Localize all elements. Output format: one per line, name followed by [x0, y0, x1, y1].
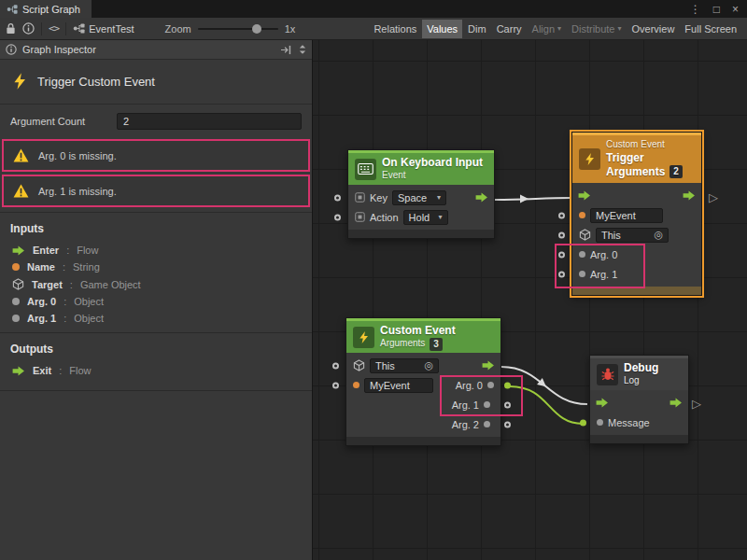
flow-input-arrow[interactable]	[578, 190, 591, 201]
debug-log-node[interactable]: Debug Log Message	[589, 355, 689, 444]
warnings-list: Arg. 0 is missing. Arg. 1 is missing.	[0, 136, 312, 212]
chevron-down-icon: ▾	[439, 214, 443, 221]
trigger-custom-event-node[interactable]: Custom Event Trigger Arguments2 MyEvent …	[571, 132, 702, 296]
relations-button[interactable]: Relations	[369, 20, 421, 38]
arg2-output-port[interactable]	[504, 421, 511, 427]
object-picker-icon[interactable]: ◎	[654, 229, 663, 241]
key-dropdown[interactable]: Space ▾	[392, 190, 446, 205]
on-keyboard-input-node[interactable]: On Keyboard Input Event Key Space ▾ Acti…	[347, 149, 495, 239]
distribute-button[interactable]: Distribute▾	[567, 20, 626, 38]
wire-arrowhead	[520, 195, 529, 203]
align-button[interactable]: Align▾	[528, 20, 566, 38]
maximize-icon[interactable]: □	[713, 4, 720, 15]
input-row-target: Target : Game Object	[0, 275, 312, 293]
input-port[interactable]	[334, 214, 341, 220]
info-icon[interactable]	[22, 22, 35, 35]
wire-arrowhead	[537, 378, 549, 390]
flow-output-arrow[interactable]	[683, 190, 696, 201]
script-graph-icon	[7, 4, 18, 15]
align-label: Align	[532, 23, 555, 35]
flow-wire	[501, 367, 587, 404]
carry-button[interactable]: Carry	[492, 20, 527, 38]
separator: :	[63, 313, 66, 324]
action-label: Action	[370, 212, 399, 223]
custom-event-arguments-node[interactable]: Custom Event Arguments3 This ◎ MyEvent A…	[345, 317, 501, 446]
object-dot-icon	[12, 315, 20, 322]
values-button[interactable]: Values	[422, 20, 462, 38]
port-type: Flow	[69, 365, 91, 376]
zoom-slider[interactable]	[198, 28, 278, 30]
flow-output-arrow[interactable]	[669, 398, 683, 408]
inspector-header-title: Graph Inspector	[22, 44, 96, 55]
string-dot-icon	[12, 263, 20, 271]
keyboard-icon	[355, 159, 376, 180]
input-port[interactable]	[558, 212, 565, 218]
object-picker-icon[interactable]: ◎	[424, 359, 433, 371]
graph-asset-reference[interactable]: EventTest	[73, 22, 134, 35]
event-name-field[interactable]: MyEvent	[590, 208, 663, 223]
message-input-port[interactable]	[580, 419, 586, 426]
tab-script-graph[interactable]: Script Graph	[0, 0, 92, 18]
arg1-output-port[interactable]	[504, 401, 511, 408]
flow-row	[590, 393, 688, 413]
dim-button[interactable]: Dim	[463, 20, 491, 38]
node-category: Custom Event	[606, 139, 683, 151]
bug-icon	[597, 364, 618, 385]
input-port[interactable]	[558, 271, 565, 277]
overview-button[interactable]: Overview	[627, 20, 680, 38]
warning-text: Arg. 1 is missing.	[38, 186, 117, 197]
arg2-row: Arg. 2	[346, 414, 500, 434]
input-port[interactable]	[558, 231, 565, 238]
dock-icon[interactable]	[280, 45, 292, 55]
node-footer	[348, 230, 494, 238]
graph-canvas[interactable]: On Keyboard Input Event Key Space ▾ Acti…	[313, 40, 747, 560]
node-title: Trigger	[606, 151, 683, 165]
output-row-exit: Exit : Flow	[0, 362, 312, 379]
input-port[interactable]	[332, 382, 339, 388]
input-port[interactable]	[332, 362, 339, 369]
message-row: Message	[590, 413, 688, 432]
warning-icon	[13, 148, 29, 162]
target-field[interactable]: This ◎	[596, 228, 669, 243]
zoom-control: Zoom 1x	[165, 23, 296, 35]
tab-title: Script Graph	[22, 4, 80, 15]
inputs-header: Inputs	[0, 220, 312, 242]
value-wire	[510, 386, 583, 424]
toolbar-buttons: Relations Values Dim Carry Align▾ Distri…	[369, 20, 741, 38]
close-icon[interactable]: ×	[732, 4, 739, 15]
action-dropdown[interactable]: Hold ▾	[403, 210, 448, 225]
arg0-row: Arg. 0	[572, 245, 701, 264]
lock-icon[interactable]	[6, 22, 16, 35]
input-port[interactable]	[334, 194, 341, 201]
window-menu-icon[interactable]: ⋮	[690, 4, 701, 15]
object-dot-icon	[597, 419, 603, 426]
flow-wire	[495, 198, 571, 200]
port-type: Object	[74, 313, 104, 324]
node-header: Debug Log	[590, 356, 688, 390]
edit-script-icon[interactable]: <>	[49, 22, 59, 35]
action-icon	[355, 212, 365, 222]
arg0-output-port[interactable]	[504, 382, 511, 388]
full-screen-button[interactable]: Full Screen	[680, 20, 741, 38]
warning-arg1: Arg. 1 is missing.	[2, 175, 310, 207]
cube-icon	[579, 229, 591, 241]
flow-output-arrow[interactable]	[482, 360, 495, 371]
object-dot-icon	[12, 298, 20, 305]
spinner-icon[interactable]	[299, 44, 306, 55]
message-label: Message	[608, 417, 650, 428]
argument-count-field[interactable]: 2	[117, 113, 302, 130]
flow-output-arrow[interactable]	[475, 192, 488, 203]
event-name-field[interactable]: MyEvent	[364, 378, 433, 393]
input-port[interactable]	[558, 251, 565, 258]
inputs-section: Inputs Enter : Flow Name : String Target…	[0, 212, 312, 332]
zoom-slider-knob[interactable]	[252, 24, 261, 34]
chevron-down-icon: ▾	[557, 25, 561, 33]
key-row: Key Space ▾	[348, 188, 494, 207]
target-field[interactable]: This ◎	[370, 358, 439, 373]
node-body: Key Space ▾ Action Hold ▾	[348, 185, 494, 230]
node-subtitle: Arguments	[380, 338, 425, 350]
cube-icon	[353, 359, 365, 371]
cube-icon	[12, 278, 24, 290]
flow-input-arrow[interactable]	[596, 398, 609, 408]
object-dot-icon	[579, 251, 585, 258]
